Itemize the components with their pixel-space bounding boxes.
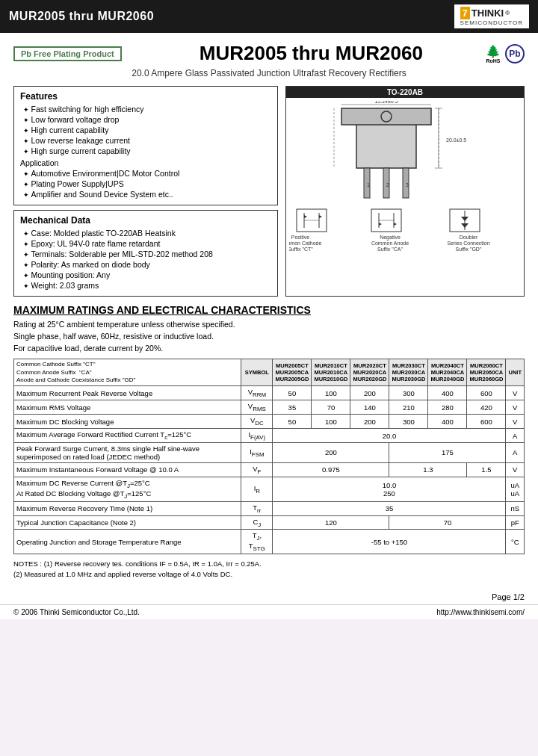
app-item: Plating Power Supply|UPS: [23, 179, 271, 188]
symbol-cell: CJ: [241, 515, 273, 530]
unit-cell: V: [506, 462, 525, 477]
table-row: Maximum Instantaneous Forward Voltage @ …: [14, 462, 525, 477]
table-row: Maximum RMS Voltage VRMS 35 70 140 210 2…: [14, 400, 525, 415]
svg-marker-22: [319, 215, 322, 218]
package-diagram: 15.24±0.5 20.0±0.5 1 2 3: [289, 101, 521, 280]
merged-val-cell: 200: [273, 442, 389, 462]
feature-item: High surge current capability: [23, 146, 271, 155]
pb-icon: Pb: [505, 44, 525, 63]
electrical-table: Common Cathode Suffix "CT" Common Anode …: [13, 359, 525, 554]
val-cell: 400: [428, 386, 467, 400]
param-cell: Maximum Instantaneous Forward Voltage @ …: [14, 462, 241, 477]
header-bar: MUR2005 thru MUR2060 7 THINKI ® SEMICOND…: [0, 0, 538, 33]
col5-header: MUR2040CTMUR2040CAMUR2040GD: [428, 359, 467, 386]
page-number-row: Page 1/2: [0, 589, 538, 604]
symbol-cell: Trr: [241, 501, 273, 515]
note-line1: NOTES : (1) Reverse recovery tes. condit…: [13, 559, 525, 569]
logo-sub: SEMICONDUCTOR: [460, 19, 523, 26]
col1-header: MUR2005CTMUR2005CAMUR2005GD: [273, 359, 312, 386]
col2-header: MUR2010CTMUR2010CAMUR2010GD: [312, 359, 350, 386]
table-row: Maximum Reverse Recovery Time (Note 1) T…: [14, 501, 525, 515]
left-column: Features Fast switching for high efficie…: [13, 86, 278, 297]
svg-text:Positive: Positive: [291, 235, 310, 240]
application-list: Automotive Environment|DC Motor Control …: [20, 169, 271, 199]
val-cell: 400: [428, 415, 467, 429]
website-url: http://www.thinkisemi.com/: [436, 608, 525, 616]
svg-text:1: 1: [367, 182, 370, 188]
val-cell: 100: [312, 386, 350, 400]
val-cell: 600: [467, 415, 506, 429]
unit-cell: V: [506, 386, 525, 400]
val-cell: 300: [389, 415, 428, 429]
feature-item: Fast switching for high efficiency: [23, 105, 271, 114]
features-list: Fast switching for high efficiency Low f…: [20, 105, 271, 155]
product-badge: Pb Free Plating Product: [13, 46, 122, 61]
unit-header: UNIT: [506, 359, 525, 386]
svg-text:Series Connection: Series Connection: [447, 241, 489, 246]
svg-text:2: 2: [386, 182, 389, 188]
logo-r: ®: [505, 10, 510, 16]
features-box: Features Fast switching for high efficie…: [13, 86, 278, 205]
symbol-cell: IF(AV): [241, 429, 273, 443]
mech-item: Mounting position: Any: [23, 270, 271, 279]
table-row: Maximum Average Forward Rectified Curren…: [14, 429, 525, 443]
val-cell: 420: [467, 400, 506, 415]
symbol-cell: VRRM: [241, 386, 273, 400]
merged-val-cell: 1.3: [389, 462, 467, 477]
svg-text:Doubler: Doubler: [460, 235, 478, 240]
param-cell: Maximum RMS Voltage: [14, 400, 241, 415]
svg-text:Common Cathode: Common Cathode: [289, 241, 322, 246]
param-cell: Maximum DC Blocking Voltage: [14, 415, 241, 429]
table-row: Maximum DC Reverse Current @TJ=25°C At R…: [14, 477, 525, 501]
part-numbers-header: Common Cathode Suffix "CT" Common Anode …: [14, 359, 241, 386]
param-cell: Maximum DC Reverse Current @TJ=25°C At R…: [14, 477, 241, 501]
col4-header: MUR2030CTMUR2030CAMUR2030GD: [389, 359, 428, 386]
merged-val-cell: 35: [273, 501, 506, 515]
main-product-title: MUR2005 thru MUR2060: [137, 42, 486, 65]
ratings-note2: Single phase, half wave, 60Hz, resistive…: [13, 332, 214, 341]
merged-val-cell: 120: [273, 515, 389, 530]
svg-marker-31: [394, 223, 397, 226]
svg-text:15.24±0.5: 15.24±0.5: [374, 101, 398, 104]
merged-val-cell: 10.0250: [273, 477, 506, 501]
rohs-icon: 🌲 RoHS: [486, 44, 501, 63]
symbol-header: SYMBOL: [241, 359, 273, 386]
mech-item: Case: Molded plastic TO-220AB Heatsink: [23, 229, 271, 238]
mech-item: Terminals: Solderable per MIL-STD-202 me…: [23, 250, 271, 258]
val-cell: 200: [350, 386, 389, 400]
main-content: Pb Free Plating Product MUR2005 thru MUR…: [0, 33, 538, 589]
page-number: Page 1/2: [492, 592, 525, 601]
features-title: Features: [20, 91, 271, 102]
unit-cell: V: [506, 400, 525, 415]
product-subtitle: 20.0 Ampere Glass Passivated Junction Ul…: [13, 68, 525, 78]
feature-item: Low forward voltage drop: [23, 115, 271, 124]
mechanical-box: Mechanical Data Case: Molded plastic TO-…: [13, 210, 278, 297]
unit-cell: pF: [506, 515, 525, 530]
unit-cell: V: [506, 415, 525, 429]
note-line2: (2) Measured at 1.0 MHz and applied reve…: [13, 569, 525, 580]
logo-box: 7 THINKI ® SEMICONDUCTOR: [454, 4, 529, 28]
svg-text:Negative: Negative: [380, 235, 401, 241]
svg-text:Suffix "GD": Suffix "GD": [456, 247, 482, 252]
symbol-cell: TJ, TSTG: [241, 530, 273, 554]
symbol-cell: VRMS: [241, 400, 273, 415]
val-cell: 50: [273, 386, 312, 400]
notes-section: NOTES : (1) Reverse recovery tes. condit…: [13, 559, 525, 580]
svg-marker-38: [461, 223, 469, 228]
param-cell: Maximum Recurrent Peak Reverse Voltage: [14, 386, 241, 400]
svg-text:3: 3: [406, 182, 409, 188]
header-title: MUR2005 thru MUR2060: [9, 10, 154, 23]
mech-item: Epoxy: UL 94V-0 rate flame retardant: [23, 239, 271, 248]
unit-cell: uAuA: [506, 477, 525, 501]
val-cell: 200: [350, 415, 389, 429]
col6-header: MUR2060CTMUR2060CAMUR2060GD: [467, 359, 506, 386]
col3-header: MUR2020CTMUR2020CAMUR2020GD: [350, 359, 389, 386]
svg-text:Suffix "CA": Suffix "CA": [377, 247, 404, 252]
merged-val-cell: -55 to +150: [273, 530, 506, 554]
diagram-header: TO-220AB: [286, 87, 524, 98]
ratings-section: MAXIMUM RATINGS AND ELECTRICAL CHARACTER…: [13, 304, 525, 580]
val-cell: 100: [312, 415, 350, 429]
copyright-text: © 2006 Thinki Semiconductor Co.,Ltd.: [13, 608, 140, 616]
val-cell: 140: [350, 400, 389, 415]
param-cell: Peak Forward Surge Current, 8.3ms single…: [14, 442, 241, 462]
